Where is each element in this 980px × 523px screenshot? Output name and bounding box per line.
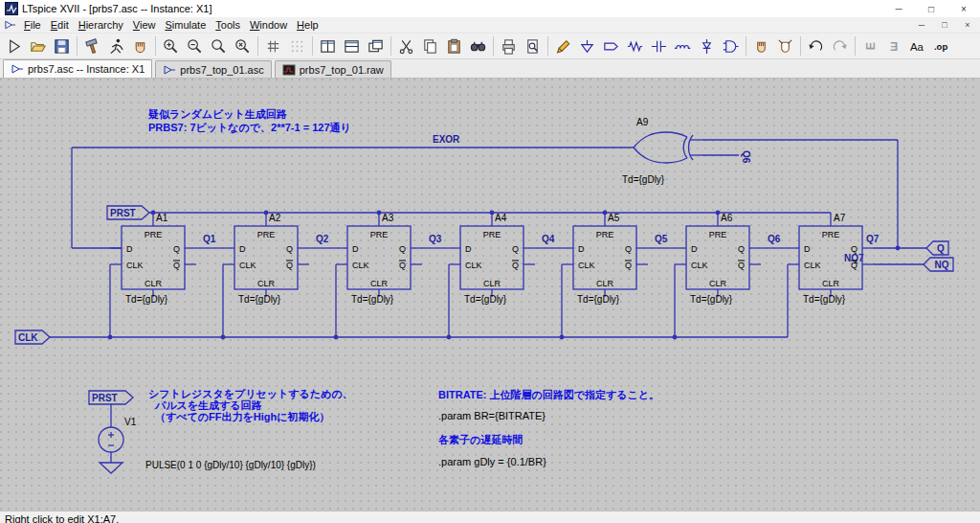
run-button[interactable]	[2, 34, 26, 57]
menu-file[interactable]: File	[19, 18, 46, 32]
zoom-area-button[interactable]	[207, 34, 231, 57]
schematic-doc-icon	[11, 63, 24, 75]
hammer-icon	[83, 37, 101, 56]
net-label-q5[interactable]: Q5	[655, 234, 668, 244]
tile-horizontal-button[interactable]	[340, 34, 364, 57]
comment-title1[interactable]: 疑似ランダムビット生成回路	[147, 108, 287, 120]
binoculars-icon	[469, 37, 487, 56]
label-net-button[interactable]	[599, 34, 623, 57]
pin-label-q: Q	[851, 244, 858, 254]
component-name[interactable]: A3	[382, 213, 394, 223]
tab-prbs7-asc[interactable]: prbs7.asc -- Instance: X1	[3, 59, 152, 78]
spice-directive-button[interactable]: .op	[930, 34, 954, 57]
control-panel-button[interactable]	[80, 34, 104, 57]
tile-vertical-button[interactable]	[316, 34, 340, 57]
component-name[interactable]: A4	[495, 213, 507, 223]
menu-window[interactable]: Window	[245, 18, 292, 32]
net-label-q7[interactable]: Q7	[866, 234, 880, 244]
wire-junction	[673, 335, 678, 340]
component-name[interactable]: A2	[269, 213, 281, 223]
net-label-q6-vertical[interactable]: Q6	[741, 150, 751, 164]
pin-label-clk: CLK	[352, 261, 369, 270]
net-label-q3[interactable]: Q3	[429, 234, 442, 244]
paste-button[interactable]	[442, 34, 466, 57]
capacitor-button[interactable]	[647, 34, 671, 57]
redo-button[interactable]	[828, 34, 852, 57]
component-value[interactable]: Td={gDly}	[803, 294, 846, 305]
diode-button[interactable]	[695, 34, 719, 57]
zoom-in-button[interactable]	[159, 34, 183, 57]
component-value[interactable]: Td={gDly}	[690, 294, 733, 305]
schematic-canvas[interactable]: PRST CLK Q NQ PRST Q1 Q2 Q3 Q4 Q5 Q6 Q7 …	[0, 79, 980, 511]
move-button[interactable]	[749, 34, 773, 57]
component-name[interactable]: A1	[156, 213, 168, 223]
comment-delay[interactable]: 各素子の遅延時間	[437, 434, 523, 445]
menu-tools[interactable]: Tools	[211, 18, 245, 32]
print-preview-button[interactable]	[521, 34, 545, 57]
menu-simulate[interactable]: Simulate	[160, 18, 211, 32]
net-label-q4[interactable]: Q4	[542, 234, 555, 244]
net-label-q6[interactable]: Q6	[768, 234, 781, 244]
net-label-exor[interactable]: EXOR	[433, 134, 460, 145]
pan-button[interactable]	[285, 34, 309, 57]
drag-button[interactable]	[773, 34, 797, 57]
comment-preset3[interactable]: （すべてのFF出力をHighに初期化）	[155, 411, 329, 423]
schematic-svg[interactable]: PRST CLK Q NQ PRST Q1 Q2 Q3 Q4 Q5 Q6 Q7 …	[0, 79, 980, 511]
pin-label-pre: PRE	[709, 230, 727, 239]
copy-button[interactable]	[418, 34, 442, 57]
component-name[interactable]: A7	[834, 213, 846, 223]
minimize-button[interactable]: ─	[882, 0, 915, 17]
zoom-back-button[interactable]	[183, 34, 207, 57]
ground-button[interactable]	[575, 34, 599, 57]
tab-prbs7-top-01-asc[interactable]: prbs7_top_01.asc	[155, 60, 271, 78]
menu-view[interactable]: View	[128, 18, 161, 32]
wire-button[interactable]	[551, 34, 575, 57]
resistor-button[interactable]	[623, 34, 647, 57]
component-value[interactable]: Td={gDly}	[464, 294, 507, 305]
component-value[interactable]: Td={gDly}	[238, 294, 281, 305]
undo-button[interactable]	[804, 34, 828, 57]
tab-prbs7-top-01-raw[interactable]: prbs7_top_01.raw	[275, 60, 391, 78]
component-name[interactable]: A5	[608, 213, 620, 223]
spice-directive-param-br[interactable]: .param BR={BITRATE}	[438, 410, 546, 421]
component-value[interactable]: Td={gDly}	[577, 294, 620, 305]
grid-button[interactable]	[261, 34, 285, 57]
text-button[interactable]: Aa	[906, 34, 930, 57]
mdi-close-button[interactable]: ×	[957, 18, 978, 32]
print-button[interactable]	[497, 34, 521, 57]
zoom-extents-button[interactable]	[231, 34, 255, 57]
find-button[interactable]	[466, 34, 490, 57]
net-label-q1[interactable]: Q1	[203, 234, 216, 244]
component-value[interactable]: Td={gDly}	[125, 294, 168, 305]
rotate-button[interactable]: E	[858, 34, 882, 57]
net-label-q2[interactable]: Q2	[316, 234, 329, 244]
cascade-button[interactable]	[364, 34, 388, 57]
comment-bitrate[interactable]: BITRATE: 上位階層の回路図で指定すること。	[438, 389, 659, 401]
mirror-button[interactable]: E	[882, 34, 906, 57]
component-button[interactable]	[719, 34, 743, 57]
component-name[interactable]: V1	[124, 417, 137, 427]
component-name[interactable]: A6	[721, 213, 733, 223]
capacitor-icon	[650, 37, 668, 56]
component-value[interactable]: PULSE(0 1 0 {gDly/10} {gDly/10} {gDly})	[145, 460, 316, 470]
comment-title2[interactable]: PRBS7: 7ビットなので、2**7-1 = 127通り	[148, 122, 351, 134]
spice-directive-param-gdly[interactable]: .param gDly = {0.1/BR}	[438, 456, 546, 467]
menu-hierarchy[interactable]: Hierarchy	[74, 18, 128, 32]
text-glyph: Aa	[910, 41, 924, 53]
cut-button[interactable]	[394, 34, 418, 57]
open-button[interactable]	[26, 34, 50, 57]
maximize-button[interactable]: □	[915, 0, 947, 17]
component-value[interactable]: Td={gDly}	[622, 174, 665, 185]
mdi-minimize-button[interactable]: ─	[911, 18, 932, 32]
menu-edit[interactable]: Edit	[46, 18, 74, 32]
component-value[interactable]: Td={gDly}	[351, 294, 394, 305]
pin-label-clr: CLR	[596, 279, 614, 288]
mdi-restore-button[interactable]: □	[934, 18, 955, 32]
close-button[interactable]: ×	[947, 0, 980, 17]
run-simulation-button[interactable]	[104, 34, 128, 57]
component-name[interactable]: A9	[636, 117, 649, 127]
halt-button[interactable]	[128, 34, 152, 57]
menu-help[interactable]: Help	[292, 18, 323, 32]
save-button[interactable]	[50, 34, 74, 57]
inductor-button[interactable]	[671, 34, 695, 57]
